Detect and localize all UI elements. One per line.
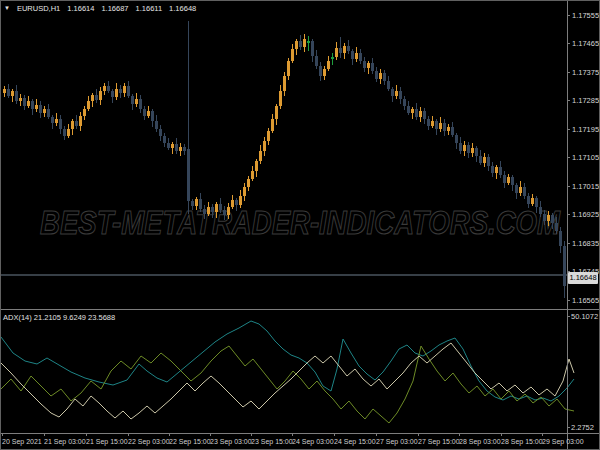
indicator-scale-min: 2.2752 [571,423,594,432]
time-axis-label: 23 Sep 15:00 [251,437,293,446]
symbol-period-label: EURUSD,H1 [17,3,60,14]
time-axis-label: 20 Sep 2021 [2,437,42,446]
ohlc-open-value: 1.16614 [67,3,94,14]
main-chart-area[interactable] [1,1,567,309]
adx-indicator-panel[interactable]: ADX(14) 21.2105 9.6249 23.5688 [1,310,567,433]
price-axis[interactable]: 1.16648 1.175551.174651.173751.172851.17… [567,1,599,309]
price-axis-label: 1.17285 [572,96,599,105]
time-axis-label: 21 Sep 15:00 [86,437,128,446]
time-axis-label: 21 Sep 03:00 [44,437,86,446]
time-axis-label: 29 Sep 03:00 [542,437,584,446]
time-axis-label: 23 Sep 03:00 [210,437,252,446]
time-axis[interactable]: 20 Sep 202121 Sep 03:0021 Sep 15:0022 Se… [1,434,599,449]
chart-window: BEST-METATRADER-INDICATORS.COM ▼ EURUSD,… [0,0,600,450]
time-axis-label: 24 Sep 15:00 [334,437,376,446]
price-axis-label: 1.16835 [572,239,599,248]
price-axis-label: 1.17375 [572,68,599,77]
time-axis-label: 24 Sep 03:00 [292,437,334,446]
ohlc-high-value: 1.16687 [101,3,128,14]
chart-title-bar: ▼ EURUSD,H1 1.16614 1.16687 1.16611 1.16… [4,3,196,14]
time-axis-label: 22 Sep 15:00 [169,437,211,446]
ohlc-close-value: 1.16648 [169,3,196,14]
indicator-scale-max: 50.1072 [571,312,598,321]
time-axis-label: 22 Sep 03:00 [128,437,170,446]
time-axis-label: 28 Sep 15:00 [501,437,543,446]
chart-dropdown-arrow-icon[interactable]: ▼ [4,3,10,14]
indicator-scale-axis[interactable]: 50.1072 2.2752 [567,310,599,433]
time-axis-label: 27 Sep 15:00 [418,437,460,446]
ohlc-low-value: 1.16611 [136,3,163,14]
price-axis-label: 1.17195 [572,125,599,134]
time-axis-label: 27 Sep 03:00 [376,437,418,446]
price-axis-label: 1.16925 [572,210,599,219]
current-price-tag: 1.16648 [568,272,598,284]
price-axis-label: 1.17015 [572,182,599,191]
price-axis-label: 1.17465 [572,39,599,48]
time-axis-label: 28 Sep 03:00 [459,437,501,446]
price-axis-label: 1.16565 [572,296,599,305]
price-axis-label: 1.17105 [572,153,599,162]
price-axis-label: 1.17555 [572,11,599,20]
indicator-header-label: ADX(14) 21.2105 9.6249 23.5688 [3,313,115,323]
